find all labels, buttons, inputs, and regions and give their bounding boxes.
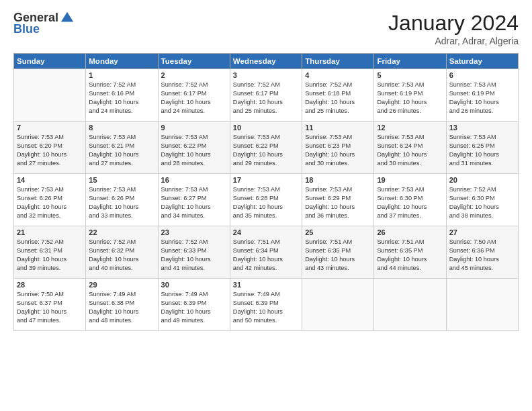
- day-number: 10: [233, 124, 299, 132]
- day-info: Sunrise: 7:49 AM Sunset: 6:39 PM Dayligh…: [161, 290, 227, 325]
- logo: General Blue: [13, 11, 75, 36]
- day-number: 16: [161, 176, 227, 184]
- calendar-header: General Blue January 2024 Adrar, Adrar, …: [13, 11, 519, 46]
- day-number: 27: [449, 228, 515, 236]
- day-number: 17: [233, 176, 299, 184]
- day-number: 1: [89, 71, 154, 79]
- day-number: 15: [89, 176, 154, 184]
- calendar-cell: 19Sunrise: 7:53 AM Sunset: 6:30 PM Dayli…: [374, 174, 446, 226]
- day-number: 5: [377, 71, 443, 79]
- day-info: Sunrise: 7:51 AM Sunset: 6:35 PM Dayligh…: [377, 238, 443, 273]
- day-number: 2: [161, 71, 227, 79]
- day-info: Sunrise: 7:49 AM Sunset: 6:38 PM Dayligh…: [89, 290, 154, 325]
- day-number: 22: [89, 228, 154, 236]
- calendar-cell: 8Sunrise: 7:53 AM Sunset: 6:21 PM Daylig…: [86, 122, 158, 174]
- calendar-cell: 18Sunrise: 7:53 AM Sunset: 6:29 PM Dayli…: [302, 174, 374, 226]
- day-info: Sunrise: 7:52 AM Sunset: 6:32 PM Dayligh…: [89, 238, 154, 273]
- calendar-cell: [374, 279, 446, 331]
- day-info: Sunrise: 7:53 AM Sunset: 6:26 PM Dayligh…: [17, 185, 83, 220]
- day-info: Sunrise: 7:53 AM Sunset: 6:20 PM Dayligh…: [17, 133, 83, 168]
- week-row-4: 21Sunrise: 7:52 AM Sunset: 6:31 PM Dayli…: [14, 226, 519, 279]
- day-number: 8: [89, 124, 154, 132]
- calendar-cell: [302, 279, 374, 331]
- calendar-cell: 23Sunrise: 7:52 AM Sunset: 6:33 PM Dayli…: [158, 226, 230, 279]
- calendar-cell: [446, 279, 518, 331]
- week-row-3: 14Sunrise: 7:53 AM Sunset: 6:26 PM Dayli…: [14, 174, 519, 226]
- calendar-cell: 29Sunrise: 7:49 AM Sunset: 6:38 PM Dayli…: [86, 279, 158, 331]
- day-number: 13: [449, 124, 515, 132]
- day-info: Sunrise: 7:53 AM Sunset: 6:19 PM Dayligh…: [377, 81, 443, 116]
- calendar-cell: 16Sunrise: 7:53 AM Sunset: 6:27 PM Dayli…: [158, 174, 230, 226]
- calendar-page: General Blue January 2024 Adrar, Adrar, …: [0, 0, 532, 411]
- day-info: Sunrise: 7:53 AM Sunset: 6:23 PM Dayligh…: [305, 133, 371, 168]
- day-info: Sunrise: 7:52 AM Sunset: 6:16 PM Dayligh…: [89, 81, 154, 116]
- calendar-cell: 17Sunrise: 7:53 AM Sunset: 6:28 PM Dayli…: [230, 174, 302, 226]
- calendar-cell: 10Sunrise: 7:53 AM Sunset: 6:22 PM Dayli…: [230, 122, 302, 174]
- header-tuesday: Tuesday: [158, 54, 230, 69]
- day-number: 20: [449, 176, 515, 184]
- calendar-cell: 22Sunrise: 7:52 AM Sunset: 6:32 PM Dayli…: [86, 226, 158, 279]
- day-info: Sunrise: 7:50 AM Sunset: 6:37 PM Dayligh…: [17, 290, 83, 325]
- calendar-cell: 3Sunrise: 7:52 AM Sunset: 6:17 PM Daylig…: [230, 69, 302, 122]
- calendar-subtitle: Adrar, Adrar, Algeria: [388, 36, 519, 46]
- header-sunday: Sunday: [14, 54, 86, 69]
- day-header-row: Sunday Monday Tuesday Wednesday Thursday…: [14, 54, 519, 69]
- calendar-cell: 6Sunrise: 7:53 AM Sunset: 6:19 PM Daylig…: [446, 69, 518, 122]
- day-number: 12: [377, 124, 443, 132]
- svg-marker-0: [61, 12, 73, 22]
- calendar-cell: 27Sunrise: 7:50 AM Sunset: 6:36 PM Dayli…: [446, 226, 518, 279]
- day-number: 19: [377, 176, 443, 184]
- calendar-cell: [14, 69, 86, 122]
- day-info: Sunrise: 7:53 AM Sunset: 6:30 PM Dayligh…: [377, 185, 443, 220]
- day-number: 6: [449, 71, 515, 79]
- calendar-cell: 20Sunrise: 7:52 AM Sunset: 6:30 PM Dayli…: [446, 174, 518, 226]
- day-info: Sunrise: 7:51 AM Sunset: 6:35 PM Dayligh…: [305, 238, 371, 273]
- header-thursday: Thursday: [302, 54, 374, 69]
- day-number: 31: [233, 281, 299, 289]
- calendar-cell: 30Sunrise: 7:49 AM Sunset: 6:39 PM Dayli…: [158, 279, 230, 331]
- day-number: 29: [89, 281, 154, 289]
- calendar-cell: 28Sunrise: 7:50 AM Sunset: 6:37 PM Dayli…: [14, 279, 86, 331]
- calendar-cell: 5Sunrise: 7:53 AM Sunset: 6:19 PM Daylig…: [374, 69, 446, 122]
- day-info: Sunrise: 7:53 AM Sunset: 6:25 PM Dayligh…: [449, 133, 515, 168]
- day-info: Sunrise: 7:53 AM Sunset: 6:28 PM Dayligh…: [233, 185, 299, 220]
- day-number: 23: [161, 228, 227, 236]
- header-wednesday: Wednesday: [230, 54, 302, 69]
- day-number: 14: [17, 176, 83, 184]
- day-info: Sunrise: 7:53 AM Sunset: 6:21 PM Dayligh…: [89, 133, 154, 168]
- day-number: 26: [377, 228, 443, 236]
- day-info: Sunrise: 7:53 AM Sunset: 6:19 PM Dayligh…: [449, 81, 515, 116]
- header-friday: Friday: [374, 54, 446, 69]
- week-row-1: 1Sunrise: 7:52 AM Sunset: 6:16 PM Daylig…: [14, 69, 519, 122]
- calendar-cell: 2Sunrise: 7:52 AM Sunset: 6:17 PM Daylig…: [158, 69, 230, 122]
- day-info: Sunrise: 7:52 AM Sunset: 6:33 PM Dayligh…: [161, 238, 227, 273]
- day-info: Sunrise: 7:52 AM Sunset: 6:17 PM Dayligh…: [161, 81, 227, 116]
- day-number: 11: [305, 124, 371, 132]
- week-row-2: 7Sunrise: 7:53 AM Sunset: 6:20 PM Daylig…: [14, 122, 519, 174]
- day-info: Sunrise: 7:52 AM Sunset: 6:30 PM Dayligh…: [449, 185, 515, 220]
- day-number: 28: [17, 281, 83, 289]
- day-number: 18: [305, 176, 371, 184]
- day-info: Sunrise: 7:53 AM Sunset: 6:22 PM Dayligh…: [233, 133, 299, 168]
- day-info: Sunrise: 7:53 AM Sunset: 6:24 PM Dayligh…: [377, 133, 443, 168]
- day-info: Sunrise: 7:51 AM Sunset: 6:34 PM Dayligh…: [233, 238, 299, 273]
- day-info: Sunrise: 7:49 AM Sunset: 6:39 PM Dayligh…: [233, 290, 299, 325]
- day-number: 4: [305, 71, 371, 79]
- week-row-5: 28Sunrise: 7:50 AM Sunset: 6:37 PM Dayli…: [14, 279, 519, 331]
- day-info: Sunrise: 7:52 AM Sunset: 6:31 PM Dayligh…: [17, 238, 83, 273]
- day-number: 3: [233, 71, 299, 79]
- calendar-cell: 25Sunrise: 7:51 AM Sunset: 6:35 PM Dayli…: [302, 226, 374, 279]
- day-number: 25: [305, 228, 371, 236]
- day-info: Sunrise: 7:53 AM Sunset: 6:27 PM Dayligh…: [161, 185, 227, 220]
- calendar-cell: 26Sunrise: 7:51 AM Sunset: 6:35 PM Dayli…: [374, 226, 446, 279]
- calendar-cell: 13Sunrise: 7:53 AM Sunset: 6:25 PM Dayli…: [446, 122, 518, 174]
- day-info: Sunrise: 7:50 AM Sunset: 6:36 PM Dayligh…: [449, 238, 515, 273]
- day-info: Sunrise: 7:53 AM Sunset: 6:29 PM Dayligh…: [305, 185, 371, 220]
- day-number: 9: [161, 124, 227, 132]
- logo-blue-text: Blue: [13, 23, 40, 36]
- header-saturday: Saturday: [446, 54, 518, 69]
- calendar-cell: 11Sunrise: 7:53 AM Sunset: 6:23 PM Dayli…: [302, 122, 374, 174]
- calendar-cell: 15Sunrise: 7:53 AM Sunset: 6:26 PM Dayli…: [86, 174, 158, 226]
- calendar-cell: 21Sunrise: 7:52 AM Sunset: 6:31 PM Dayli…: [14, 226, 86, 279]
- calendar-cell: 7Sunrise: 7:53 AM Sunset: 6:20 PM Daylig…: [14, 122, 86, 174]
